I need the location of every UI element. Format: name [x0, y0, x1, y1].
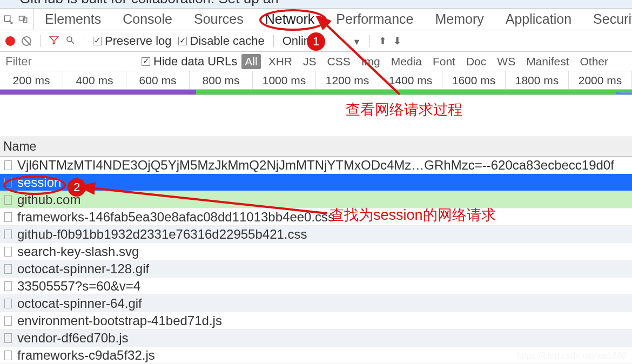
chip-js[interactable]: JS [300, 54, 320, 69]
file-icon [4, 350, 12, 360]
request-row[interactable]: github.com [0, 191, 632, 208]
request-row[interactable]: Vjl6NTMzMTI4NDE3OjQ5YjM5MzJkMmQ2NjJmMTNj… [0, 157, 632, 174]
request-row[interactable]: session [0, 174, 632, 191]
tick: 200 ms [0, 71, 63, 89]
request-name: search-key-slash.svg [17, 244, 139, 259]
file-icon [4, 160, 12, 170]
divider [369, 35, 370, 47]
tab-performance[interactable]: Performance [325, 8, 424, 30]
chip-ws[interactable]: WS [494, 54, 519, 69]
tick: 1800 ms [506, 71, 569, 89]
tick: 1000 ms [253, 71, 316, 89]
chip-manifest[interactable]: Manifest [523, 54, 572, 69]
filter-bar: Hide data URLs All XHR JS CSS Img Media … [0, 52, 632, 71]
filter-toggle-icon[interactable] [49, 34, 59, 48]
annotation-text-2: 查找为session的网络请求 [330, 205, 496, 225]
inspect-icon[interactable] [3, 15, 13, 24]
overview-bar [616, 90, 632, 92]
device-toggle-icon[interactable] [18, 15, 28, 24]
request-row[interactable]: frameworks-146fab5ea30e8afac08dd11013bb4… [0, 208, 632, 226]
filter-input[interactable] [3, 55, 137, 69]
tick: 400 ms [63, 71, 126, 89]
upload-har-icon[interactable]: ⬆ [379, 35, 387, 47]
tab-memory[interactable]: Memory [424, 8, 494, 30]
request-row[interactable]: octocat-spinner-128.gif [0, 260, 632, 278]
file-icon [4, 264, 12, 274]
chip-all[interactable]: All [241, 54, 260, 69]
watermark: https://blog.csdn.net/xw1680 [517, 351, 627, 361]
chip-xhr[interactable]: XHR [265, 54, 295, 69]
tick: 1600 ms [442, 71, 506, 89]
annotation-circle-session [3, 176, 66, 195]
chip-font[interactable]: Font [429, 54, 459, 69]
divider [84, 35, 84, 47]
annotation-circle-network [259, 9, 327, 31]
disable-cache-checkbox[interactable]: Disable cache [178, 34, 265, 48]
file-icon [4, 212, 12, 222]
timeline-ruler[interactable]: 200 ms 400 ms 600 ms 800 ms 1000 ms 1200… [0, 71, 632, 90]
divider [40, 35, 41, 47]
requests-list: Vjl6NTMzMTI4NDE3OjQ5YjM5MzJkMmQ2NjJmMTNj… [0, 157, 632, 364]
tick: 1200 ms [316, 71, 379, 89]
annotation-badge-1: 1 [307, 32, 325, 51]
overview-spacer [0, 95, 632, 137]
chip-doc[interactable]: Doc [463, 54, 489, 69]
request-row[interactable]: github-f0b91bb1932d2331e76316d22955b421.… [0, 226, 632, 243]
request-name: github-f0b91bb1932d2331e76316d22955b421.… [17, 227, 307, 242]
request-row[interactable]: octocat-spinner-64.gif [0, 295, 632, 312]
request-name: octocat-spinner-64.gif [17, 296, 142, 311]
file-icon [4, 195, 12, 205]
request-name: frameworks-c9da5f32.js [17, 348, 155, 363]
requests-header-name[interactable]: Name [0, 137, 632, 157]
clear-button[interactable] [22, 36, 31, 46]
file-icon [4, 247, 12, 257]
overview-bar [0, 90, 196, 95]
chevron-down-icon: ▼ [352, 37, 361, 46]
svg-line-4 [71, 41, 74, 44]
chip-css[interactable]: CSS [324, 54, 354, 69]
annotation-text-1: 查看网络请求过程 [346, 100, 462, 119]
page-banner: GitHub is built for collaboration. Set u… [0, 0, 632, 9]
request-name: frameworks-146fab5ea30e8afac08dd11013bb4… [17, 210, 334, 225]
overview-bar [196, 90, 620, 95]
svg-point-3 [67, 37, 72, 42]
file-icon [4, 299, 12, 308]
tick: 2000 ms [569, 71, 632, 89]
file-icon [4, 316, 12, 326]
chip-other[interactable]: Other [577, 54, 612, 69]
tab-security[interactable]: Security [582, 8, 632, 30]
annotation-badge-2: 2 [68, 178, 86, 197]
hide-data-urls-checkbox[interactable]: Hide data URLs [142, 55, 237, 69]
disable-cache-label: Disable cache [190, 34, 265, 48]
overview-bar [616, 92, 632, 95]
devtools-corner-icons [3, 9, 34, 30]
preserve-log-label: Preserve log [105, 34, 172, 48]
request-name: environment-bootstrap-41bed71d.js [17, 313, 222, 328]
request-name: vendor-df6ed70b.js [17, 331, 128, 346]
file-icon [4, 230, 12, 239]
tick: 1400 ms [379, 71, 442, 89]
file-icon [4, 333, 12, 343]
request-row[interactable]: search-key-slash.svg [0, 243, 632, 260]
tick: 800 ms [190, 71, 253, 89]
tick: 600 ms [126, 71, 190, 89]
record-button[interactable] [5, 36, 15, 46]
request-row[interactable]: environment-bootstrap-41bed71d.js [0, 312, 632, 329]
tab-sources[interactable]: Sources [183, 8, 254, 30]
search-icon[interactable] [65, 34, 75, 48]
request-row[interactable]: 33505557?s=60&v=4 [0, 278, 632, 295]
preserve-log-checkbox[interactable]: Preserve log [93, 34, 172, 48]
waterfall-overview[interactable] [0, 90, 632, 95]
chip-img[interactable]: Img [358, 54, 384, 69]
request-name: 33505557?s=60&v=4 [17, 279, 140, 294]
tab-application[interactable]: Application [495, 8, 582, 30]
tab-elements[interactable]: Elements [34, 8, 112, 30]
request-name: octocat-spinner-128.gif [17, 261, 149, 277]
tab-console[interactable]: Console [112, 8, 183, 30]
chip-media[interactable]: Media [388, 54, 425, 69]
request-row[interactable]: vendor-df6ed70b.js [0, 329, 632, 347]
divider [273, 35, 274, 47]
download-har-icon[interactable]: ⬇ [393, 35, 401, 47]
request-name: Vjl6NTMzMTI4NDE3OjQ5YjM5MzJkMmQ2NjJmMTNj… [17, 158, 614, 173]
hide-data-urls-label: Hide data URLs [153, 55, 237, 69]
